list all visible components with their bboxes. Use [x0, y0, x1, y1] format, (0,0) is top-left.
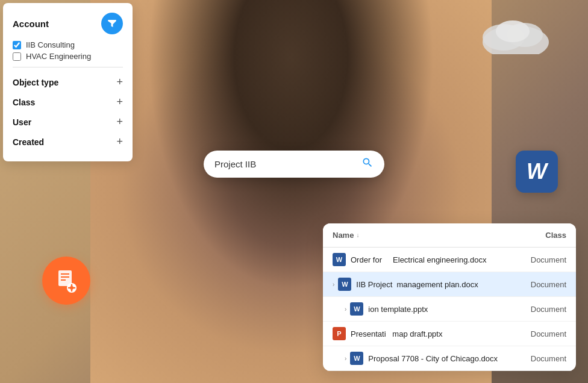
row-class: Document — [518, 305, 566, 314]
results-header: Name ↓ Class — [323, 223, 576, 248]
row-class: Document — [518, 280, 566, 289]
created-label: Created — [13, 137, 44, 147]
col-class-header: Class — [512, 231, 566, 240]
iib-label: IIB Consulting — [26, 40, 75, 49]
word-letter: W — [527, 159, 547, 184]
word-file-icon: W — [333, 253, 346, 266]
filter-user[interactable]: User + — [13, 112, 123, 132]
row-class: Document — [518, 329, 566, 338]
svg-point-3 — [496, 20, 530, 42]
class-label: Class — [13, 98, 35, 107]
row-chevron-icon: › — [333, 281, 334, 288]
search-input-wrap — [204, 151, 384, 178]
table-row[interactable]: › W ion template.pptx Document — [323, 297, 576, 322]
divider-1 — [13, 67, 123, 67]
word-file-icon: W — [338, 278, 351, 291]
word-file-icon: W — [350, 302, 363, 316]
word-file-icon: W — [350, 352, 363, 365]
svg-point-9 — [70, 286, 74, 290]
row-chevron-icon: › — [345, 355, 346, 362]
document-settings-icon — [42, 257, 90, 305]
cloud-decoration — [480, 12, 552, 57]
powerpoint-file-icon: P — [333, 327, 346, 340]
row-chevron-icon: › — [345, 306, 346, 313]
row-name: IIB Project management plan.docx — [356, 280, 518, 289]
class-expand-icon: + — [116, 96, 123, 108]
hvac-label: HVAC Engineering — [26, 52, 91, 61]
iib-checkbox[interactable] — [13, 41, 21, 49]
table-row[interactable]: › W IIB Project management plan.docx Doc… — [323, 272, 576, 297]
filter-panel: Account IIB Consulting HVAC Engineering … — [3, 3, 133, 161]
filter-object-type[interactable]: Object type + — [13, 72, 123, 92]
row-name: Presentati map draft.pptx — [351, 329, 518, 338]
filter-class[interactable]: Class + — [13, 92, 123, 112]
row-class: Document — [518, 255, 566, 264]
filter-button[interactable] — [101, 13, 123, 34]
word-app-icon: W — [516, 151, 558, 193]
row-name: Proposal 7708 - City of Chicago.docx — [368, 354, 518, 363]
results-panel: Name ↓ Class W Order for Electrical engi… — [323, 223, 576, 371]
search-bar — [204, 151, 384, 178]
object-type-expand-icon: + — [116, 76, 123, 89]
col-name-header: Name ↓ — [333, 231, 512, 240]
account-hvac-row[interactable]: HVAC Engineering — [13, 52, 123, 61]
filter-header: Account — [13, 13, 123, 34]
row-class: Document — [518, 354, 566, 363]
table-row[interactable]: W Order for Electrical engineering.docx … — [323, 248, 576, 272]
object-type-label: Object type — [13, 78, 58, 87]
created-expand-icon: + — [116, 135, 123, 148]
hvac-checkbox[interactable] — [13, 52, 21, 61]
table-row[interactable]: P Presentati map draft.pptx Document — [323, 322, 576, 346]
search-input[interactable] — [214, 159, 361, 169]
sort-arrow: ↓ — [356, 232, 359, 238]
row-name: Order for Electrical engineering.docx — [351, 255, 518, 264]
user-expand-icon: + — [116, 116, 123, 128]
filter-created[interactable]: Created + — [13, 132, 123, 152]
table-row[interactable]: › W Proposal 7708 - City of Chicago.docx… — [323, 346, 576, 371]
user-label: User — [13, 117, 31, 127]
account-section-title: Account — [13, 19, 49, 29]
account-iib-row[interactable]: IIB Consulting — [13, 40, 123, 49]
row-name: ion template.pptx — [368, 305, 518, 314]
account-section: IIB Consulting HVAC Engineering — [13, 40, 123, 61]
search-button[interactable] — [361, 157, 374, 172]
